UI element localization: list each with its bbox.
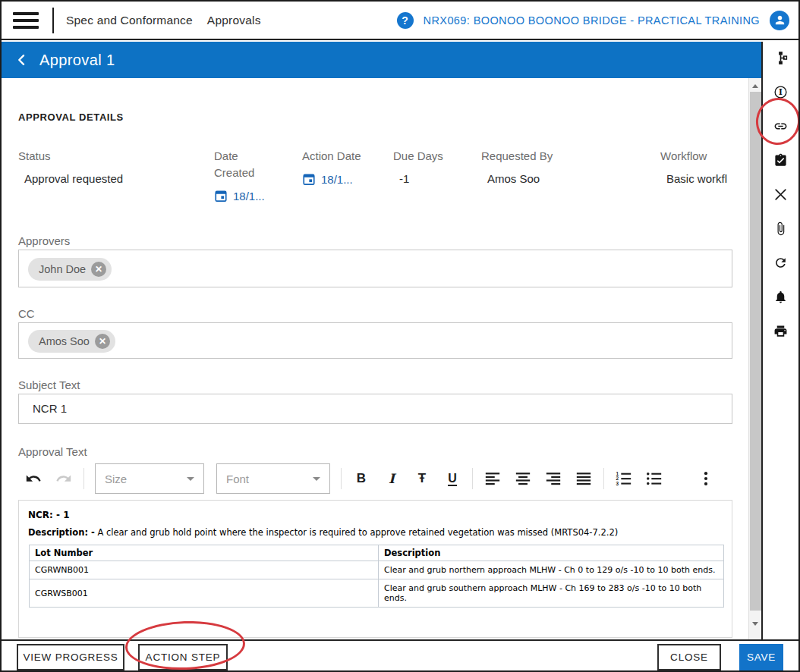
field-action-date: Action Date 18/1... [302, 148, 393, 203]
lot-number-cell: CGRWNB001 [30, 561, 379, 579]
breadcrumb-page[interactable]: Approvals [207, 14, 261, 27]
print-icon[interactable] [773, 323, 789, 338]
action-step-button[interactable]: ACTION STEP [138, 644, 228, 670]
svg-text:3: 3 [616, 481, 619, 486]
toolbar-divider [472, 468, 473, 489]
approver-chip: John Doe ✕ [28, 258, 112, 281]
section-title: APPROVAL DETAILS [18, 111, 124, 123]
toolbar-divider [341, 468, 342, 489]
lot-number-cell: CGRWSB001 [30, 579, 379, 608]
tasks-icon[interactable] [773, 152, 789, 168]
field-value: Approval requested [18, 172, 214, 185]
field-value: -1 [393, 172, 481, 185]
column-header: Lot Number [30, 545, 379, 561]
description-cell: Clear and grub northern approach MLHW - … [379, 561, 724, 579]
scroll-up-icon[interactable] [749, 80, 761, 91]
ncr-line: NCR: - 1 [28, 510, 723, 520]
chip-remove-icon[interactable]: ✕ [95, 334, 110, 349]
field-value[interactable]: 18/1... [214, 189, 302, 203]
breadcrumb-module[interactable]: Spec and Conformance [66, 14, 193, 27]
menu-icon[interactable] [13, 12, 39, 29]
footer-bar: VIEW PROGRESS ACTION STEP CLOSE SAVE [2, 639, 798, 670]
close-button[interactable]: CLOSE [657, 644, 721, 670]
page-header: Approval 1 [2, 42, 761, 78]
topbar-divider [52, 8, 54, 33]
scrollbar[interactable] [748, 78, 761, 639]
toolbar-divider [603, 468, 604, 489]
ordered-list-icon[interactable]: 123 [614, 467, 634, 490]
strikethrough-icon[interactable]: Ŧ [412, 467, 432, 490]
history-icon[interactable]: I [773, 84, 789, 99]
notifications-icon[interactable] [773, 289, 789, 304]
lot-table: Lot Number Description CGRWNB001 Clear a… [29, 545, 724, 608]
redo-icon[interactable] [54, 467, 74, 490]
field-label: Status [18, 148, 214, 165]
column-header: Description [379, 545, 724, 561]
close-icon[interactable] [773, 187, 789, 202]
view-progress-button[interactable]: VIEW PROGRESS [17, 644, 124, 670]
align-justify-icon[interactable] [574, 467, 594, 490]
scrollbar-thumb[interactable] [750, 92, 761, 611]
approvers-label: Approvers [18, 234, 70, 247]
content-panel: APPROVAL DETAILS Status Approval request… [2, 78, 761, 639]
page-title: Approval 1 [39, 52, 115, 69]
table-header-row: Lot Number Description [30, 545, 724, 561]
subject-input[interactable]: NCR 1 [18, 394, 732, 424]
undo-icon[interactable] [24, 467, 43, 490]
field-value: Amos Soo [481, 172, 660, 185]
editor-toolbar: Size Font B I Ŧ U 1 [18, 460, 732, 497]
chevron-down-icon [187, 477, 194, 481]
toolbar-divider [83, 468, 84, 489]
description-cell: Clear and grub southern approach MLHW - … [379, 579, 724, 608]
underline-icon[interactable]: U [448, 472, 457, 486]
calendar-icon [214, 189, 228, 203]
svg-text:I: I [779, 87, 783, 96]
help-icon[interactable]: ? [397, 12, 414, 29]
workflow-icon[interactable] [773, 50, 789, 65]
save-button[interactable]: SAVE [739, 644, 783, 670]
more-options-icon[interactable] [696, 467, 716, 490]
approval-details: Status Approval requested Date Created 1… [18, 148, 749, 203]
approvers-field[interactable]: John Doe ✕ [18, 250, 732, 287]
italic-icon[interactable]: I [382, 467, 402, 490]
cc-chip: Amos Soo ✕ [28, 330, 115, 353]
scroll-down-icon[interactable] [749, 618, 761, 629]
align-right-icon[interactable] [543, 467, 563, 490]
approval-text-editor[interactable]: NCR: - 1 Description: - A clear and grub… [18, 500, 732, 638]
cc-field[interactable]: Amos Soo ✕ [18, 322, 732, 359]
subject-label: Subject Text [18, 378, 80, 391]
refresh-icon[interactable] [773, 255, 789, 270]
align-left-icon[interactable] [483, 467, 502, 490]
field-value: Basic workfl [660, 172, 749, 185]
topbar-right: ? NRX069: BOONOO BOONOO BRIDGE - PRACTIC… [397, 11, 789, 30]
field-due-days: Due Days -1 [393, 148, 481, 203]
breadcrumb: Spec and Conformance Approvals [66, 14, 261, 27]
subject-value: NCR 1 [19, 394, 732, 423]
align-center-icon[interactable] [513, 467, 533, 490]
field-requested-by: Requested By Amos Soo [481, 148, 660, 203]
project-title[interactable]: NRX069: BOONOO BOONOO BRIDGE - PRACTICAL… [424, 14, 760, 27]
bold-icon[interactable]: B [351, 467, 371, 490]
field-label: Date Created [214, 148, 278, 181]
link-icon[interactable] [773, 118, 789, 133]
font-select[interactable]: Font [216, 463, 330, 494]
user-icon[interactable] [770, 11, 789, 30]
chip-label: John Doe [39, 263, 86, 275]
field-value[interactable]: 18/1... [302, 172, 393, 186]
app-window: Spec and Conformance Approvals ? NRX069:… [0, 0, 800, 672]
ncr-description: Description: - A clear and grub hold poi… [28, 527, 723, 538]
bullet-list-icon[interactable] [644, 467, 664, 490]
field-label: Requested By [481, 148, 660, 165]
size-select[interactable]: Size [95, 463, 204, 494]
field-label: Action Date [302, 148, 366, 165]
field-label: Due Days [393, 148, 481, 165]
back-icon[interactable] [12, 50, 32, 70]
field-date-created: Date Created 18/1... [214, 148, 302, 203]
table-row: CGRWSB001 Clear and grub southern approa… [30, 579, 724, 608]
chip-remove-icon[interactable]: ✕ [91, 262, 106, 277]
cc-label: CC [18, 307, 35, 320]
top-bar: Spec and Conformance Approvals ? NRX069:… [2, 2, 798, 40]
attachment-icon[interactable] [773, 221, 789, 236]
approval-text-label: Approval Text [18, 445, 87, 458]
field-label: Workflow [660, 148, 749, 165]
